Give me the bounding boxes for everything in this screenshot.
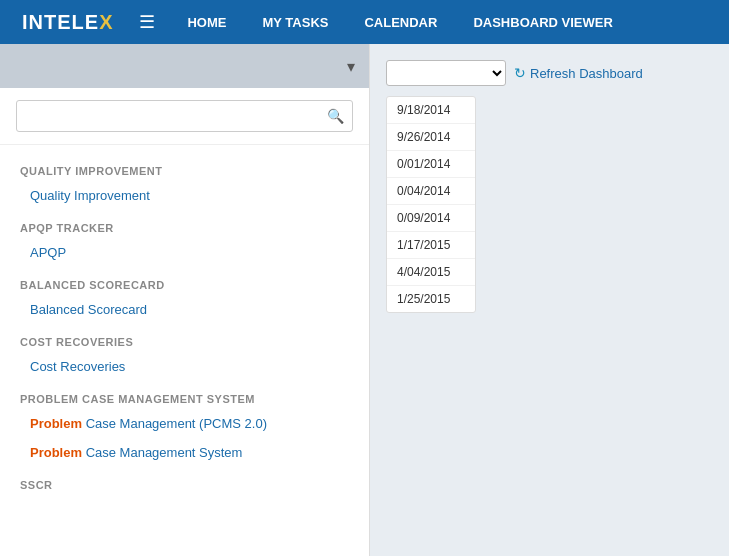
sidebar-item-pcms-20[interactable]: Problem Case Management (PCMS 2.0) (0, 409, 369, 438)
nav-home[interactable]: HOME (169, 0, 244, 44)
date-item-4: 0/09/2014 (387, 205, 475, 232)
dashboard-select[interactable] (386, 60, 506, 86)
refresh-icon: ↻ (514, 65, 526, 81)
sidebar-collapse-icon[interactable]: ▾ (347, 57, 355, 76)
logo: INTELEX (10, 11, 125, 34)
dashboard-area: ↻ Refresh Dashboard 9/18/2014 9/26/2014 … (370, 44, 729, 556)
date-panel: 9/18/2014 9/26/2014 0/01/2014 0/04/2014 … (386, 96, 476, 313)
sidebar-item-cost-recoveries[interactable]: Cost Recoveries (0, 352, 369, 381)
sidebar-search-area: 🔍 (0, 88, 369, 145)
refresh-label: Refresh Dashboard (530, 66, 643, 81)
date-item-1: 9/26/2014 (387, 124, 475, 151)
refresh-dashboard-button[interactable]: ↻ Refresh Dashboard (514, 65, 643, 81)
sidebar-item-pcms-system[interactable]: Problem Case Management System (0, 438, 369, 467)
search-icon: 🔍 (327, 108, 344, 124)
sidebar-nav: QUALITY IMPROVEMENT Quality Improvement … (0, 145, 369, 556)
logo-x: X (99, 11, 113, 34)
sidebar-header: ▾ (0, 44, 369, 88)
section-header-apqp-tracker: APQP TRACKER (0, 210, 369, 238)
date-item-2: 0/01/2014 (387, 151, 475, 178)
nav-dashboard-viewer[interactable]: DASHBOARD VIEWER (455, 0, 630, 44)
sidebar-item-quality-improvement[interactable]: Quality Improvement (0, 181, 369, 210)
sidebar-item-apqp[interactable]: APQP (0, 238, 369, 267)
date-item-7: 1/25/2015 (387, 286, 475, 312)
section-header-sscr: SSCR (0, 467, 369, 495)
logo-text-base: INTELE (22, 11, 99, 34)
nav-my-tasks[interactable]: MY TASKS (244, 0, 346, 44)
search-box: 🔍 (16, 100, 353, 132)
date-item-0: 9/18/2014 (387, 97, 475, 124)
section-header-problem-case-management: PROBLEM CASE MANAGEMENT SYSTEM (0, 381, 369, 409)
sidebar: ▾ 🔍 QUALITY IMPROVEMENT Quality Improvem… (0, 44, 370, 556)
pcms-label-1: Case Management (PCMS 2.0) (82, 416, 267, 431)
date-item-5: 1/17/2015 (387, 232, 475, 259)
nav-links: HOME MY TASKS CALENDAR DASHBOARD VIEWER (169, 0, 630, 44)
pcms-highlight-1: Problem (30, 416, 82, 431)
date-item-3: 0/04/2014 (387, 178, 475, 205)
date-item-6: 4/04/2015 (387, 259, 475, 286)
main-wrapper: ▾ 🔍 QUALITY IMPROVEMENT Quality Improvem… (0, 44, 729, 556)
dashboard-toolbar: ↻ Refresh Dashboard (386, 60, 713, 86)
section-header-cost-recoveries: COST RECOVERIES (0, 324, 369, 352)
nav-calendar[interactable]: CALENDAR (346, 0, 455, 44)
section-header-quality-improvement: QUALITY IMPROVEMENT (0, 153, 369, 181)
pcms-label-2: Case Management System (82, 445, 242, 460)
hamburger-menu-icon[interactable]: ☰ (125, 11, 169, 33)
search-input[interactable] (25, 109, 327, 124)
section-header-balanced-scorecard: BALANCED SCORECARD (0, 267, 369, 295)
pcms-highlight-2: Problem (30, 445, 82, 460)
sidebar-item-balanced-scorecard[interactable]: Balanced Scorecard (0, 295, 369, 324)
right-content: ↻ Refresh Dashboard 9/18/2014 9/26/2014 … (370, 44, 729, 556)
top-nav: INTELEX ☰ HOME MY TASKS CALENDAR DASHBOA… (0, 0, 729, 44)
